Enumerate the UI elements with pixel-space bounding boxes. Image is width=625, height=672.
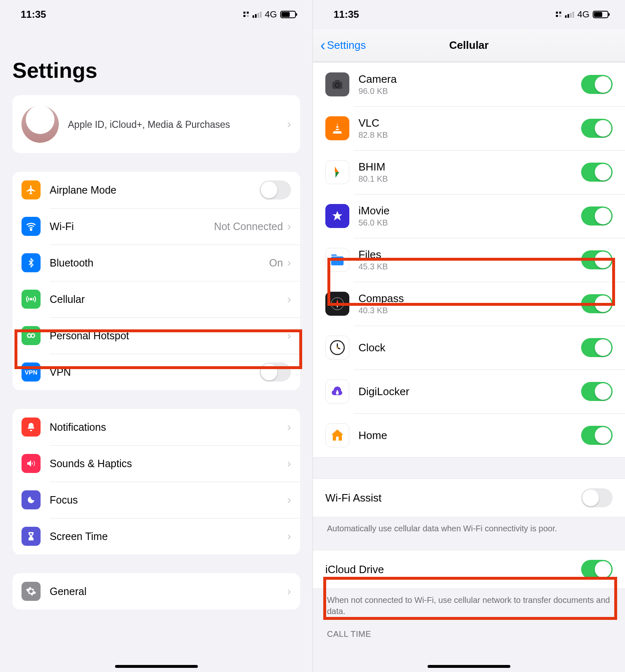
app-toggle-camera[interactable] [581, 75, 613, 94]
apple-id-row[interactable]: Apple ID, iCloud+, Media & Purchases › [12, 95, 300, 153]
app-row-camera[interactable]: Camera96.0 KB [313, 62, 625, 106]
chevron-right-icon: › [287, 329, 291, 342]
app-name: BHIM [358, 161, 581, 173]
profile-group: Apple ID, iCloud+, Media & Purchases › [12, 95, 300, 153]
chevron-right-icon: › [287, 293, 291, 306]
back-button[interactable]: ‹ Settings [320, 38, 366, 53]
row-label: iCloud Drive [325, 563, 581, 576]
app-row-digilocker[interactable]: DigiLocker [313, 370, 625, 413]
svg-rect-7 [335, 80, 340, 82]
bluetooth-value: On [269, 257, 283, 269]
app-toggle-digilocker[interactable] [581, 382, 613, 401]
chevron-right-icon: › [287, 585, 291, 598]
home-icon [325, 423, 349, 447]
home-indicator[interactable] [115, 665, 198, 668]
svg-point-3 [31, 334, 35, 338]
icloud-drive-toggle[interactable] [581, 560, 613, 579]
hotspot-row[interactable]: Personal Hotspot › [12, 317, 300, 354]
app-row-home[interactable]: Home [313, 413, 625, 457]
notifications-group: Notifications › Sounds & Haptics › Focus… [12, 409, 300, 554]
sounds-row[interactable]: Sounds & Haptics › [12, 445, 300, 482]
app-row-compass[interactable]: Compass40.3 KB [313, 282, 625, 326]
bluetooth-row[interactable]: Bluetooth On › [12, 245, 300, 281]
app-toggle-files[interactable] [581, 250, 613, 269]
svg-rect-10 [331, 257, 344, 266]
app-size: 40.3 KB [358, 306, 581, 315]
app-row-bhim[interactable]: BHIM80.1 KB [313, 150, 625, 194]
icloud-drive-group: iCloud Drive [313, 550, 625, 589]
dual-sim-icon [556, 12, 562, 17]
svg-point-19 [337, 347, 338, 348]
app-toggle-home[interactable] [581, 426, 613, 445]
row-label: Sounds & Haptics [50, 458, 287, 470]
status-bar: 11:35 4G [0, 0, 312, 29]
status-time: 11:35 [334, 9, 359, 20]
back-label: Settings [327, 39, 366, 52]
app-row-vlc[interactable]: VLC82.8 KB [313, 106, 625, 150]
svg-point-0 [30, 229, 31, 230]
app-size: 82.8 KB [358, 130, 581, 140]
status-right: 4G [243, 9, 296, 20]
call-time-header: CALL TIME [313, 617, 625, 639]
screentime-row[interactable]: Screen Time › [12, 518, 300, 554]
app-name: iMovie [358, 204, 581, 217]
vpn-row[interactable]: VPN VPN [12, 354, 300, 390]
app-row-files[interactable]: Files45.3 KB [313, 238, 625, 282]
avatar [22, 106, 59, 143]
home-indicator[interactable] [428, 665, 510, 668]
chevron-right-icon: › [287, 493, 291, 506]
status-bar: 11:35 4G [313, 0, 625, 29]
icloud-drive-row[interactable]: iCloud Drive [313, 550, 625, 588]
wifi-assist-group: Wi-Fi Assist [313, 478, 625, 517]
chevron-right-icon: › [287, 420, 291, 434]
airplane-mode-row[interactable]: Airplane Mode [12, 172, 300, 208]
compass-icon [325, 292, 349, 316]
app-name: DigiLocker [358, 385, 581, 398]
chevron-right-icon: › [287, 256, 291, 269]
row-label: Notifications [50, 421, 287, 433]
network-label: 4G [577, 9, 589, 20]
app-name: Clock [358, 341, 581, 354]
notifications-row[interactable]: Notifications › [12, 409, 300, 445]
row-label: General [50, 586, 287, 598]
chevron-right-icon: › [287, 457, 291, 470]
notifications-icon [22, 418, 41, 437]
general-row[interactable]: General › [12, 573, 300, 610]
wifi-assist-row[interactable]: Wi-Fi Assist [313, 479, 625, 517]
app-size: 80.1 KB [358, 174, 581, 184]
hotspot-icon [22, 326, 41, 345]
app-size: 56.0 KB [358, 218, 581, 228]
general-icon [22, 582, 41, 601]
app-name: Home [358, 429, 581, 442]
wifi-row[interactable]: Wi-Fi Not Connected › [12, 208, 300, 245]
svg-point-1 [30, 298, 32, 300]
svg-rect-8 [336, 125, 339, 126]
cellular-row[interactable]: Cellular › [12, 281, 300, 317]
focus-row[interactable]: Focus › [12, 482, 300, 518]
row-label: Personal Hotspot [50, 330, 287, 342]
app-data-usage-list: Camera96.0 KBVLC82.8 KBBHIM80.1 KBiMovie… [313, 62, 625, 458]
vlc-icon [325, 116, 349, 140]
focus-icon [22, 490, 41, 509]
svg-point-6 [336, 84, 339, 87]
row-label: Wi-Fi [50, 221, 214, 233]
nav-bar: ‹ Settings Cellular [313, 29, 625, 62]
app-toggle-clock[interactable] [581, 338, 613, 357]
app-row-imovie[interactable]: iMovie56.0 KB [313, 194, 625, 238]
status-time: 11:35 [21, 9, 46, 20]
vpn-toggle[interactable] [260, 362, 291, 382]
app-toggle-vlc[interactable] [581, 119, 613, 138]
vpn-icon: VPN [22, 362, 41, 382]
imovie-icon [325, 204, 349, 228]
airplane-toggle[interactable] [260, 180, 291, 199]
bhim-icon [325, 160, 349, 184]
app-size: 96.0 KB [358, 86, 581, 96]
dual-sim-icon [243, 12, 249, 17]
app-toggle-bhim[interactable] [581, 163, 613, 182]
app-row-clock[interactable]: Clock [313, 326, 625, 370]
svg-rect-9 [335, 128, 339, 129]
app-toggle-compass[interactable] [581, 294, 613, 313]
network-label: 4G [265, 9, 277, 20]
app-toggle-imovie[interactable] [581, 206, 613, 226]
wifi-assist-toggle[interactable] [581, 488, 613, 507]
